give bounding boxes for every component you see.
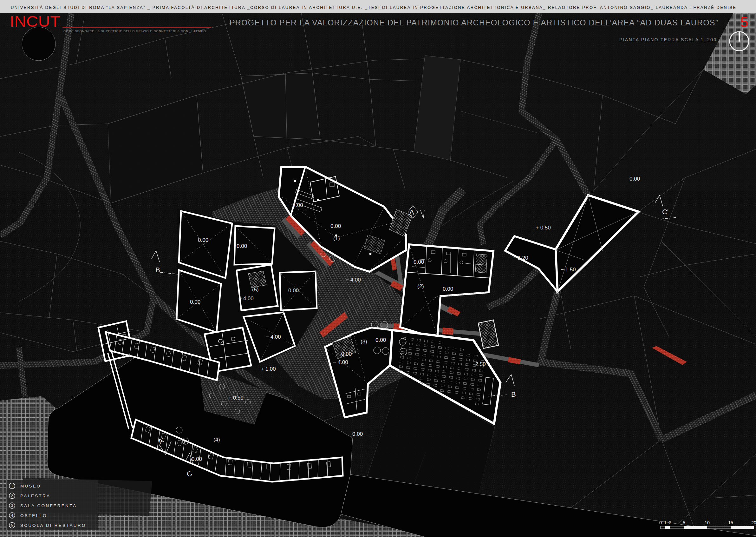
svg-text:B: B [511, 391, 516, 398]
svg-text:+ 0.50: + 0.50 [228, 395, 244, 401]
svg-text:COME SFONDARE LA SUPERFICIE DE: COME SFONDARE LA SUPERFICIE DELLO SPAZIO… [63, 29, 206, 33]
svg-text:− 4.00: − 4.00 [239, 296, 254, 302]
svg-text:2: 2 [11, 494, 13, 498]
svg-text:SALA CONFERENZA: SALA CONFERENZA [20, 503, 77, 508]
svg-text:+ 1.00: + 1.00 [261, 366, 276, 372]
svg-text:4: 4 [11, 514, 13, 517]
svg-text:− 1.50: − 1.50 [561, 267, 576, 272]
svg-text:B: B [155, 266, 160, 274]
svg-text:0.00: 0.00 [352, 431, 363, 437]
svg-text:0.00: 0.00 [443, 286, 453, 292]
svg-text:PROGETTO PER LA VALORIZZAZIONE: PROGETTO PER LA VALORIZZAZIONE DEL PATRI… [230, 18, 718, 27]
svg-text:0.00: 0.00 [237, 243, 247, 249]
svg-text:− 1.20: − 1.20 [513, 255, 528, 261]
svg-text:− 4.00: − 4.00 [346, 277, 361, 283]
svg-text:15: 15 [728, 520, 733, 525]
svg-text:C': C' [662, 208, 668, 216]
svg-text:(4): (4) [213, 437, 220, 443]
svg-text:1: 1 [11, 484, 13, 488]
svg-text:0.00: 0.00 [413, 259, 424, 265]
svg-text:20: 20 [751, 520, 756, 525]
svg-text:5: 5 [740, 14, 748, 30]
svg-text:PALESTRA: PALESTRA [20, 494, 51, 498]
svg-text:SCUOLA DI RESTAURO: SCUOLA DI RESTAURO [20, 523, 86, 528]
svg-text:0.00: 0.00 [330, 223, 341, 229]
svg-text:MUSEO: MUSEO [20, 484, 41, 488]
svg-text:0: 0 [659, 520, 662, 525]
svg-text:0.00: 0.00 [288, 288, 299, 294]
svg-text:− 4.00: − 4.00 [288, 202, 303, 208]
svg-text:PIANTA PIANO TERRA SCALA 1_200: PIANTA PIANO TERRA SCALA 1_200 [619, 37, 716, 42]
svg-text:A: A [409, 208, 414, 216]
svg-text:(5): (5) [252, 287, 259, 293]
svg-text:10: 10 [705, 520, 710, 525]
svg-text:0.00: 0.00 [190, 299, 201, 305]
svg-text:− 2.50: − 2.50 [471, 361, 486, 367]
svg-text:0.00: 0.00 [341, 351, 352, 357]
svg-text:0.00: 0.00 [375, 337, 386, 343]
svg-text:(2): (2) [417, 283, 424, 289]
svg-text:1: 1 [664, 520, 666, 525]
svg-text:5: 5 [11, 523, 13, 527]
svg-text:+ 0.50: + 0.50 [536, 225, 551, 231]
svg-text:3: 3 [11, 504, 13, 508]
svg-text:2: 2 [668, 520, 671, 525]
svg-text:0.00: 0.00 [198, 237, 208, 243]
svg-text:5: 5 [683, 520, 685, 525]
svg-text:0.00: 0.00 [192, 456, 202, 462]
svg-text:(1): (1) [333, 235, 340, 241]
svg-text:− 4.00: − 4.00 [266, 334, 281, 340]
svg-text:(3): (3) [360, 339, 367, 345]
svg-text:− 4.00: − 4.00 [333, 359, 348, 365]
svg-text:OSTELLO: OSTELLO [20, 513, 47, 518]
svg-text:0.00: 0.00 [629, 176, 640, 182]
